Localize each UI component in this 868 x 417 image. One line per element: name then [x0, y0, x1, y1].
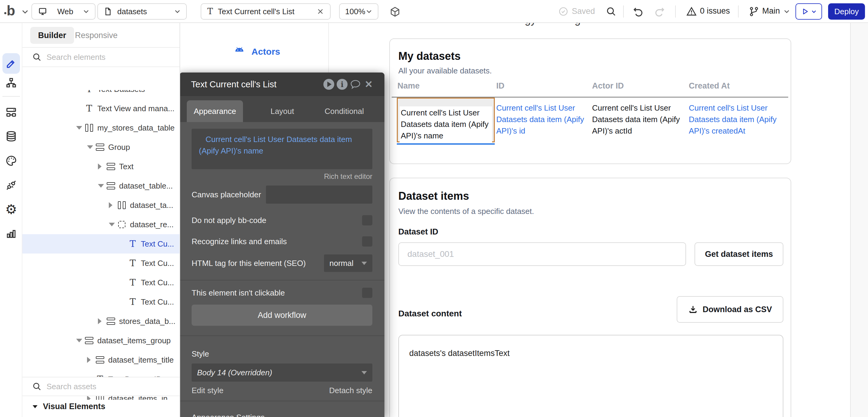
tree-item[interactable]: TText Cu... [22, 254, 180, 273]
close-icon[interactable] [317, 8, 324, 15]
collapse-arrow-icon[interactable] [76, 339, 84, 342]
selected-text-element[interactable]: Current cell's List User Datasets data i… [397, 98, 495, 142]
search-assets-input[interactable] [46, 382, 161, 391]
collapse-arrow-icon[interactable] [109, 223, 117, 226]
dataset-id-input[interactable] [398, 242, 686, 266]
rich-text-editor-link[interactable]: Rich text editor [192, 172, 372, 181]
inspector-header[interactable]: Text Current cell's List i ✕ [180, 72, 384, 96]
chevron-down-icon [174, 10, 181, 13]
columns-element-icon [85, 124, 93, 132]
preview-element-button[interactable] [322, 79, 336, 90]
undo-icon[interactable] [633, 6, 644, 17]
group-element-icon [96, 143, 104, 151]
html-tag-select[interactable]: normal [324, 254, 372, 272]
tab-layout[interactable]: Layout [255, 100, 309, 122]
tree-item[interactable]: dataset_re... [22, 215, 180, 234]
add-workflow-button[interactable]: Add workflow [192, 304, 372, 326]
section-divider [180, 280, 384, 281]
search-elements-row [22, 48, 180, 67]
style-links-row: Edit style Detach style [192, 386, 372, 395]
tree-item[interactable]: Text [22, 157, 180, 176]
property-inspector[interactable]: Text Current cell's List i ✕ Appearance … [180, 72, 384, 417]
components-tool-button[interactable] [3, 104, 19, 120]
search-icon [32, 52, 42, 62]
bbcode-checkbox[interactable] [362, 215, 372, 225]
platform-selector[interactable]: Web [31, 3, 95, 20]
table-cell-id[interactable]: Current cell's List User Datasets data i… [496, 102, 586, 136]
branch-label[interactable]: Main [762, 6, 780, 16]
not-clickable-checkbox[interactable] [362, 288, 372, 298]
tree-item-label: dataset_ta... [130, 201, 173, 210]
element-tab[interactable]: T Text Current cell's List [201, 3, 331, 20]
bubble-logo[interactable]: b [7, 2, 15, 19]
comment-button[interactable] [349, 79, 362, 90]
expand-arrow-icon[interactable] [87, 357, 95, 363]
tree-item[interactable]: dataset_ta... [22, 195, 180, 215]
tree-item[interactable]: my_stores_data_table [22, 118, 180, 137]
tab-appearance[interactable]: Appearance [187, 100, 243, 122]
tree-item[interactable]: Group [22, 137, 180, 157]
appearance-settings-label: Appearance Settings [192, 413, 372, 417]
logs-tool-button[interactable] [3, 226, 19, 242]
detach-style-link[interactable]: Detach style [329, 386, 372, 395]
element-info-button[interactable]: i [336, 79, 349, 90]
tree-item[interactable]: dataset_items_title [22, 350, 180, 370]
canvas-placeholder-input[interactable] [266, 186, 372, 204]
collapse-arrow-icon[interactable] [98, 184, 106, 188]
tree-item[interactable]: TText View and mana... [22, 99, 180, 118]
workflow-tool-button[interactable] [3, 75, 19, 91]
tree-item[interactable]: dataset_table... [22, 176, 180, 195]
download-csv-button[interactable]: Download as CSV [677, 296, 783, 323]
page-selector[interactable]: datasets [97, 3, 187, 20]
zoom-selector[interactable]: 100% [339, 3, 378, 20]
sidebar-item-actors[interactable]: Actors [233, 46, 280, 57]
component-cube-icon[interactable] [389, 6, 401, 18]
tree-item-selected[interactable]: TText Cu... [22, 234, 180, 254]
close-inspector-button[interactable]: ✕ [362, 78, 375, 90]
tree-item-label: Text Cu... [141, 297, 174, 307]
design-tool-button[interactable] [3, 56, 19, 71]
expand-arrow-icon[interactable] [109, 202, 117, 208]
tree-item[interactable]: TText Cu... [22, 273, 180, 292]
dataset-content-value: datasets's datasetItemsText [409, 349, 509, 358]
table-cell-created-at[interactable]: Current cell's List User Datasets data i… [689, 102, 788, 136]
collapse-arrow-icon[interactable] [76, 126, 84, 130]
issues-count[interactable]: 0 issues [700, 6, 730, 16]
tab-conditional[interactable]: Conditional [317, 100, 371, 122]
tree-item[interactable]: TText Datasets [22, 90, 180, 99]
style-select[interactable]: Body 14 (Overridden) [192, 363, 372, 382]
tree-item[interactable]: TText Cu... [22, 292, 180, 312]
tab-responsive[interactable]: Responsive [67, 27, 125, 44]
collapse-arrow-icon[interactable] [87, 146, 95, 149]
plugins-tool-button[interactable] [3, 178, 19, 193]
get-dataset-items-button[interactable]: Get dataset items [694, 242, 783, 266]
data-tool-button[interactable] [3, 128, 19, 144]
visual-elements-section[interactable]: Visual Elements [22, 396, 180, 417]
toolbar-divider [675, 5, 676, 18]
text-element-icon: T [130, 239, 136, 248]
rich-text-field[interactable]: Current cell's List User Datasets data i… [192, 129, 372, 169]
page-icon [103, 7, 113, 16]
tree-item-label: dataset_re... [130, 220, 174, 229]
tree-item-label: Text Cu... [141, 259, 174, 268]
expand-arrow-icon[interactable] [98, 163, 106, 169]
branch-chevron-down-icon[interactable] [783, 10, 790, 13]
settings-tool-button[interactable]: ⚙ [3, 201, 19, 217]
styles-tool-button[interactable] [3, 153, 19, 169]
deploy-button[interactable]: Deploy [828, 3, 865, 20]
search-icon[interactable] [606, 6, 617, 17]
recognize-links-checkbox[interactable] [362, 236, 372, 247]
edit-style-link[interactable]: Edit style [192, 386, 224, 395]
html-tag-value: normal [330, 259, 353, 268]
toolbar-divider [738, 5, 739, 18]
chevron-down-icon [362, 262, 367, 265]
tree-item[interactable]: dataset_items_group [22, 331, 180, 350]
expand-arrow-icon[interactable] [98, 318, 106, 324]
redo-icon[interactable] [654, 6, 665, 17]
actors-label: Actors [251, 46, 280, 57]
tree-item[interactable]: stores_data_b... [22, 312, 180, 331]
style-value: Body 14 (Overridden) [197, 368, 272, 377]
logo-chevron-down-icon[interactable] [22, 10, 28, 14]
search-elements-input[interactable] [46, 53, 161, 62]
preview-run-button[interactable] [796, 3, 822, 20]
